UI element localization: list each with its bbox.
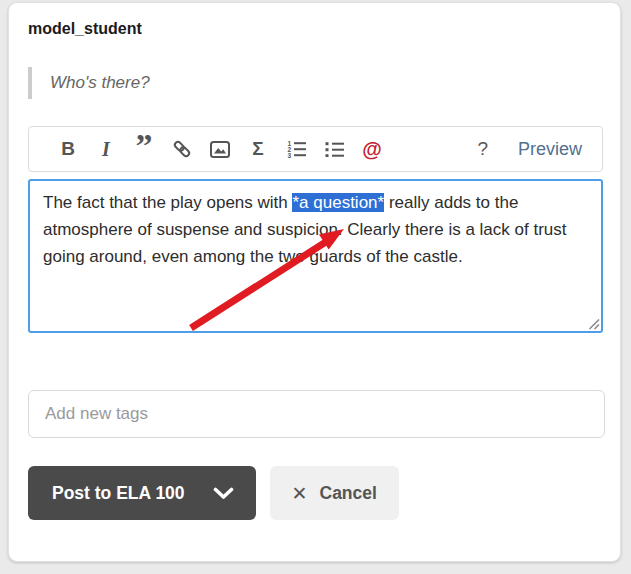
math-button[interactable]: Σ <box>239 127 277 171</box>
cancel-button[interactable]: ✕ Cancel <box>270 466 399 520</box>
italic-icon: I <box>102 138 110 161</box>
author-username: model_student <box>28 19 603 39</box>
quoted-post: Who's there? <box>28 67 603 99</box>
chevron-down-icon <box>213 487 234 500</box>
selected-text: *a question* <box>292 193 384 212</box>
bold-icon: B <box>61 138 75 160</box>
image-button[interactable] <box>201 127 239 171</box>
mention-button[interactable]: @ <box>353 127 391 171</box>
blockquote-button[interactable]: ” <box>125 127 163 171</box>
markdown-toolbar: B I ” Σ 1 <box>28 126 603 172</box>
unordered-list-button[interactable] <box>315 127 353 171</box>
close-icon: ✕ <box>292 482 308 505</box>
preview-button[interactable]: Preview <box>518 139 582 160</box>
unordered-list-icon <box>325 141 344 157</box>
svg-text:3: 3 <box>287 152 291 158</box>
toolbar-right-group: ? Preview <box>473 138 582 160</box>
bold-button[interactable]: B <box>49 127 87 171</box>
post-button[interactable]: Post to ELA 100 <box>28 466 256 520</box>
comment-composer-card: model_student Who's there? B I ” <box>8 2 621 562</box>
comment-text-before: The fact that the play opens with <box>43 193 292 212</box>
post-button-label: Post to ELA 100 <box>52 483 185 504</box>
comment-textarea[interactable]: The fact that the play opens with *a que… <box>28 179 603 333</box>
cancel-button-label: Cancel <box>320 483 377 504</box>
action-buttons-row: Post to ELA 100 ✕ Cancel <box>28 466 603 520</box>
quoted-post-text: Who's there? <box>50 73 150 93</box>
image-icon <box>210 141 230 158</box>
ordered-list-button[interactable]: 1 2 3 <box>277 127 315 171</box>
mention-icon: @ <box>362 138 382 161</box>
ordered-list-icon: 1 2 3 <box>287 140 306 158</box>
link-button[interactable] <box>163 127 201 171</box>
link-icon <box>172 139 192 159</box>
resize-handle-icon[interactable] <box>587 317 600 330</box>
sigma-icon: Σ <box>252 138 263 160</box>
help-button[interactable]: ? <box>473 138 492 160</box>
blockquote-icon: ” <box>136 141 153 157</box>
tags-input[interactable] <box>28 390 605 438</box>
italic-button[interactable]: I <box>87 127 125 171</box>
